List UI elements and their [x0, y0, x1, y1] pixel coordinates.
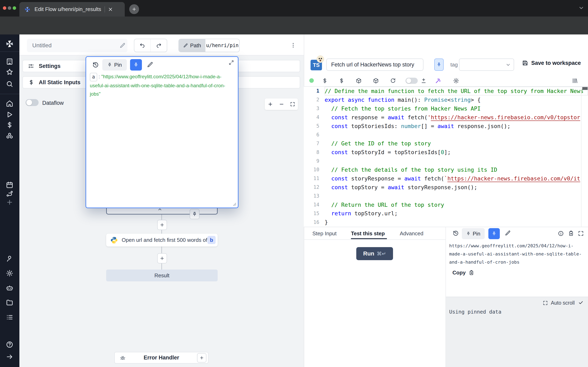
sidebar-item-users[interactable]: [6, 255, 13, 262]
add-error-handler-button[interactable]: [197, 353, 207, 363]
code-line[interactable]: 7 // Get the ID of the top story: [304, 139, 588, 148]
code-line[interactable]: 13: [304, 192, 588, 200]
history-icon[interactable]: [92, 61, 99, 68]
step-summary-input[interactable]: Fetch url of HackerNews top story: [326, 58, 424, 71]
edit-pin-icon[interactable]: [147, 61, 153, 68]
popup-pin-tab[interactable]: Pin: [102, 59, 127, 71]
zoom-window-button[interactable]: [13, 6, 16, 10]
code-line[interactable]: 9: [304, 157, 588, 165]
code-line[interactable]: 1// Define the main function to fetch th…: [304, 87, 588, 95]
edit-pin-icon[interactable]: [505, 230, 511, 236]
sidebar-item-add[interactable]: [6, 198, 13, 206]
minimize-window-button[interactable]: [8, 6, 11, 10]
tab-advanced[interactable]: Advanced: [400, 230, 424, 237]
add-step-button[interactable]: [157, 220, 167, 230]
code-line[interactable]: 4 const response = await fetch('https://…: [304, 113, 588, 122]
undo-button[interactable]: [134, 39, 150, 52]
flow-title-input[interactable]: Untitled: [27, 39, 127, 52]
save-to-workspace-button[interactable]: Save to workspace: [522, 60, 581, 66]
sidebar-item-workers[interactable]: [6, 284, 13, 292]
code-line[interactable]: 5 const topStoriesIds: number[] = await …: [304, 122, 588, 131]
copy-button[interactable]: Copy: [452, 269, 474, 276]
ai-assist-icon[interactable]: [435, 77, 441, 84]
sidebar-item-workspace[interactable]: [6, 58, 13, 66]
resources-icon[interactable]: [338, 78, 345, 84]
code-line[interactable]: 16}: [304, 218, 588, 226]
sidebar-collapse-icon[interactable]: [6, 353, 13, 361]
step-pin-button[interactable]: [434, 58, 444, 71]
code-line[interactable]: 12 const topStory = await storyResponse.…: [304, 183, 588, 192]
pinned-result-value[interactable]: https://www.geoffreylitt.com/2025/04/12/…: [449, 242, 584, 266]
redo-button[interactable]: [151, 39, 167, 52]
code-line[interactable]: 8 const topStoryId = topStoriesIds[0];: [304, 148, 588, 157]
flow-node-result[interactable]: Result: [106, 269, 218, 281]
pin-key-badge[interactable]: a: [90, 73, 97, 81]
result-pin-tab[interactable]: Pin: [462, 228, 485, 239]
package-icon[interactable]: [356, 78, 362, 84]
code-line[interactable]: 15 return topStory.url;: [304, 209, 588, 218]
save-to-workspace-label: Save to workspace: [531, 60, 581, 66]
sidebar-item-settings[interactable]: [6, 269, 13, 277]
sidebar-item-variables[interactable]: [6, 121, 13, 129]
fit-view-icon[interactable]: [290, 101, 295, 107]
windmill-logo[interactable]: [5, 39, 14, 48]
tab-search-icon[interactable]: [578, 5, 584, 11]
code-line[interactable]: 10 // Fetch the details of the top story…: [304, 165, 588, 174]
popup-pin-active-button[interactable]: [130, 59, 142, 71]
code-line[interactable]: 3 // Fetch the top stories from Hacker N…: [304, 104, 588, 113]
code-line[interactable]: 11 const storyResponse = await fetch(`ht…: [304, 174, 588, 183]
zoom-in-icon[interactable]: [268, 101, 273, 107]
browser-tab[interactable]: Edit Flow u/henri/pin_results: [19, 2, 125, 17]
zoom-out-icon[interactable]: [279, 101, 285, 107]
new-tab-button[interactable]: [129, 4, 139, 14]
sidebar-item-logs[interactable]: [6, 313, 13, 321]
variables-icon[interactable]: [322, 78, 328, 84]
code-line[interactable]: 6: [304, 130, 588, 139]
expand-result-icon[interactable]: [578, 230, 584, 236]
check-icon[interactable]: [578, 300, 584, 305]
reset-icon[interactable]: [390, 78, 396, 84]
dataflow-toggle[interactable]: [26, 99, 39, 106]
package-icon[interactable]: [373, 78, 379, 84]
code-line[interactable]: 2export async function main(): Promise<s…: [304, 95, 588, 104]
tag-select[interactable]: [459, 58, 514, 71]
settings-label: Settings: [39, 63, 61, 69]
code-editor[interactable]: 1// Define the main function to fetch th…: [304, 87, 588, 227]
editor-toggle[interactable]: [406, 78, 418, 84]
copy-result-icon[interactable]: [568, 230, 574, 236]
close-window-button[interactable]: [3, 6, 6, 10]
sidebar-item-runs[interactable]: [6, 111, 13, 118]
sidebar-item-resources[interactable]: [6, 132, 13, 140]
sidebar-item-help[interactable]: [6, 341, 13, 349]
code-line[interactable]: 14 // Return the URL of the top story: [304, 200, 588, 209]
tab-test-this-step[interactable]: Test this step: [351, 230, 385, 237]
minimap-slider[interactable]: [582, 87, 588, 90]
history-icon[interactable]: [452, 230, 459, 236]
expand-logs-icon[interactable]: [543, 300, 548, 306]
node-a-pin-badge[interactable]: [190, 209, 199, 219]
sidebar-item-flows[interactable]: [6, 190, 13, 198]
editor-settings-icon[interactable]: [453, 77, 459, 84]
info-icon[interactable]: [558, 230, 564, 236]
tab-step-input[interactable]: Step Input: [312, 230, 337, 237]
library-icon[interactable]: [572, 78, 578, 84]
sidebar-item-schedules[interactable]: [6, 181, 13, 189]
flow-more-menu-icon[interactable]: [290, 42, 296, 49]
auto-scroll-label[interactable]: Auto scroll: [551, 300, 575, 306]
path-control[interactable]: Path u/henri/pin: [178, 39, 240, 52]
sidebar-item-favorites[interactable]: [6, 68, 13, 76]
flow-node-b[interactable]: Open url and fetch first 500 words of ..…: [106, 234, 218, 247]
diff-icon[interactable]: [421, 78, 427, 84]
edit-title-icon[interactable]: [120, 42, 126, 49]
tab-close-icon[interactable]: [108, 7, 113, 12]
pinned-json-viewer[interactable]: a : "https://www.geoffreylitt.com/2025/0…: [90, 72, 235, 98]
resize-handle-icon[interactable]: [232, 201, 237, 207]
run-button[interactable]: Run ⌘↵: [356, 247, 393, 260]
sidebar-item-search[interactable]: [6, 80, 13, 88]
flow-node-error-handler[interactable]: Error Handler: [114, 352, 208, 364]
sidebar-item-home[interactable]: [6, 100, 13, 108]
expand-popup-icon[interactable]: [228, 59, 234, 66]
result-pin-active-button[interactable]: [488, 228, 500, 239]
add-step-button[interactable]: [157, 253, 167, 263]
sidebar-item-folders[interactable]: [6, 299, 13, 307]
